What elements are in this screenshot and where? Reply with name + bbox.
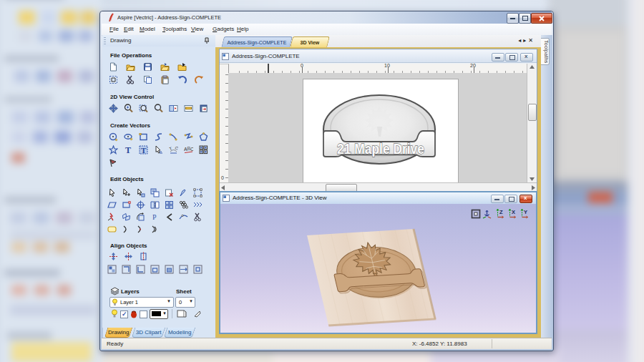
svg-text:T: T <box>169 147 173 152</box>
svg-text:21 Maple Drive: 21 Maple Drive <box>337 141 424 157</box>
svg-text:T: T <box>141 146 147 155</box>
svg-text:C: C <box>190 147 193 152</box>
svg-text:T: T <box>125 145 131 155</box>
svg-text:P: P <box>152 213 157 221</box>
